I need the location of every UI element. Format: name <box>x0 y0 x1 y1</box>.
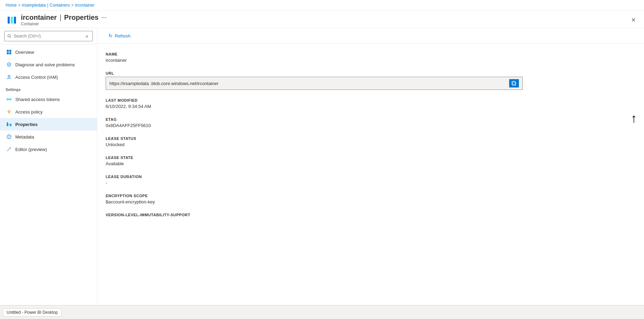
refresh-button[interactable]: ↻ Refresh <box>106 32 133 40</box>
shared-access-icon <box>6 96 13 103</box>
svg-rect-0 <box>8 17 10 24</box>
svg-point-3 <box>8 35 10 37</box>
name-label: NAME <box>106 52 636 56</box>
property-lease-state: LEASE STATE Available <box>106 156 636 166</box>
svg-point-13 <box>9 111 9 112</box>
content-area: ↻ Refresh NAME ircontainer URL https://i… <box>97 28 644 305</box>
svg-rect-6 <box>9 50 11 52</box>
sidebar-item-properties[interactable]: Properties <box>0 118 97 131</box>
sidebar-item-access-control-label: Access Control (IAM) <box>15 75 58 80</box>
close-button[interactable]: ✕ <box>628 15 638 25</box>
last-modified-label: LAST MODIFIED <box>106 98 636 102</box>
editor-icon <box>6 146 13 153</box>
sidebar: « Overview <box>0 28 97 305</box>
search-icon <box>7 34 11 38</box>
search-box[interactable]: « <box>4 31 93 41</box>
sidebar-nav: Overview Diagnose and solve problems <box>0 44 97 157</box>
breadcrumb-ircontainer[interactable]: ircontainer <box>75 3 95 8</box>
property-url: URL https://irsampledata .blob.core.wind… <box>106 71 636 90</box>
property-version-immutability: VERSION-LEVEL-IMMUTABILITY-SUPPORT <box>106 213 636 217</box>
etag-value: 0x8DA4AFF25FF5610 <box>106 123 636 128</box>
property-etag: ETAG 0x8DA4AFF25FF5610 <box>106 117 636 128</box>
search-input[interactable] <box>14 34 84 39</box>
sidebar-item-metadata-label: Metadata <box>15 134 34 140</box>
svg-rect-7 <box>7 52 9 54</box>
lease-duration-value: - <box>106 180 636 185</box>
property-encryption-scope: ENCRYPTION SCOPE $account-encryption-key <box>106 194 636 204</box>
settings-section-label: Settings <box>0 83 97 93</box>
properties-icon <box>6 121 13 128</box>
sidebar-item-shared-access-tokens[interactable]: Shared access tokens <box>0 93 97 106</box>
svg-rect-2 <box>14 17 16 24</box>
svg-rect-5 <box>7 50 9 52</box>
url-field: https://irsampledata .blob.core.windows.… <box>106 77 523 90</box>
svg-point-9 <box>8 75 10 77</box>
sidebar-item-overview-label: Overview <box>15 50 34 55</box>
taskbar-powerbi-label: Untitled - Power BI Desktop <box>7 310 58 315</box>
lease-status-label: LEASE STATUS <box>106 136 636 141</box>
last-modified-value: 6/10/2022, 9:34:54 AM <box>106 104 636 109</box>
svg-point-11 <box>10 99 11 100</box>
svg-rect-16 <box>10 124 11 126</box>
sidebar-item-properties-label: Properties <box>15 122 38 127</box>
overview-icon <box>6 49 13 56</box>
resource-name: ircontainer <box>21 14 57 22</box>
svg-line-4 <box>10 37 11 38</box>
sidebar-item-access-control[interactable]: Access Control (IAM) <box>0 71 97 83</box>
access-control-icon <box>6 74 13 81</box>
property-lease-duration: LEASE DURATION - <box>106 175 636 185</box>
sidebar-item-editor-label: Editor (preview) <box>15 147 47 152</box>
copy-url-button[interactable] <box>509 79 519 87</box>
sidebar-item-overview[interactable]: Overview <box>0 46 97 58</box>
sidebar-item-diagnose[interactable]: Diagnose and solve problems <box>0 58 97 71</box>
breadcrumb-irsampledata[interactable]: irsampledata <box>22 3 46 8</box>
svg-rect-15 <box>8 123 9 126</box>
collapse-button[interactable]: « <box>84 33 90 40</box>
svg-rect-1 <box>11 17 13 24</box>
lease-state-label: LEASE STATE <box>106 156 636 160</box>
resource-type: Container <box>21 22 107 26</box>
property-lease-status: LEASE STATUS Unlocked <box>106 136 636 147</box>
resource-icon <box>6 14 18 26</box>
lease-status-value: Unlocked <box>106 142 636 147</box>
sidebar-item-metadata[interactable]: Metadata <box>0 131 97 143</box>
sidebar-item-shared-access-tokens-label: Shared access tokens <box>15 97 60 102</box>
sidebar-search-area: « <box>0 28 97 44</box>
encryption-scope-label: ENCRYPTION SCOPE <box>106 194 636 198</box>
main-layout: « Overview <box>0 28 644 305</box>
metadata-icon <box>6 133 13 140</box>
svg-rect-8 <box>9 52 11 54</box>
lease-state-value: Available <box>106 161 636 166</box>
property-name: NAME ircontainer <box>106 52 636 63</box>
sidebar-item-diagnose-label: Diagnose and solve problems <box>15 62 75 67</box>
encryption-scope-value: $account-encryption-key <box>106 199 636 204</box>
page-title: Properties <box>64 14 99 22</box>
version-label: VERSION-LEVEL-IMMUTABILITY-SUPPORT <box>106 213 636 217</box>
breadcrumb-home[interactable]: Home <box>6 3 17 8</box>
property-last-modified: LAST MODIFIED 6/10/2022, 9:34:54 AM <box>106 98 636 109</box>
access-policy-icon <box>6 108 13 115</box>
etag-label: ETAG <box>106 117 636 121</box>
svg-point-10 <box>7 99 9 100</box>
sidebar-item-access-policy[interactable]: Access policy <box>0 106 97 118</box>
taskbar-powerbi[interactable]: Untitled - Power BI Desktop <box>3 308 62 317</box>
copy-icon <box>511 81 517 86</box>
content-body: NAME ircontainer URL https://irsampledat… <box>97 44 644 234</box>
header-title: ircontainer | Properties ··· Container <box>21 14 107 26</box>
container-icon <box>7 15 17 25</box>
svg-point-19 <box>9 135 9 136</box>
page-header: ircontainer | Properties ··· Container ✕ <box>0 11 644 28</box>
name-value: ircontainer <box>106 58 636 63</box>
sidebar-item-access-policy-label: Access policy <box>15 109 43 115</box>
refresh-icon: ↻ <box>108 33 113 39</box>
breadcrumb: Home > irsampledata | Containers > ircon… <box>0 0 644 11</box>
lease-duration-label: LEASE DURATION <box>106 175 636 179</box>
diagnose-icon <box>6 61 13 68</box>
sidebar-item-editor[interactable]: Editor (preview) <box>0 143 97 156</box>
url-value: https://irsampledata .blob.core.windows.… <box>109 81 506 86</box>
url-label: URL <box>106 71 636 75</box>
breadcrumb-containers[interactable]: Containers <box>50 3 70 8</box>
content-toolbar: ↻ Refresh <box>97 28 644 44</box>
svg-rect-14 <box>7 122 8 126</box>
more-button[interactable]: ··· <box>101 14 107 21</box>
